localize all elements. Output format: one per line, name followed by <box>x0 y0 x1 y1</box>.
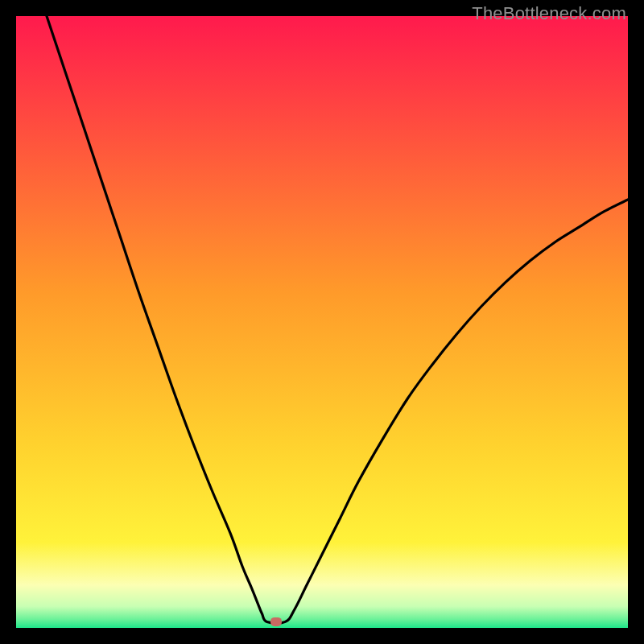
plot-frame <box>16 16 628 628</box>
marker-dot <box>270 617 282 626</box>
chart-container: TheBottleneck.com <box>0 0 644 644</box>
plot-svg <box>16 16 628 628</box>
plot-background <box>16 16 628 628</box>
watermark-text: TheBottleneck.com <box>472 3 626 24</box>
